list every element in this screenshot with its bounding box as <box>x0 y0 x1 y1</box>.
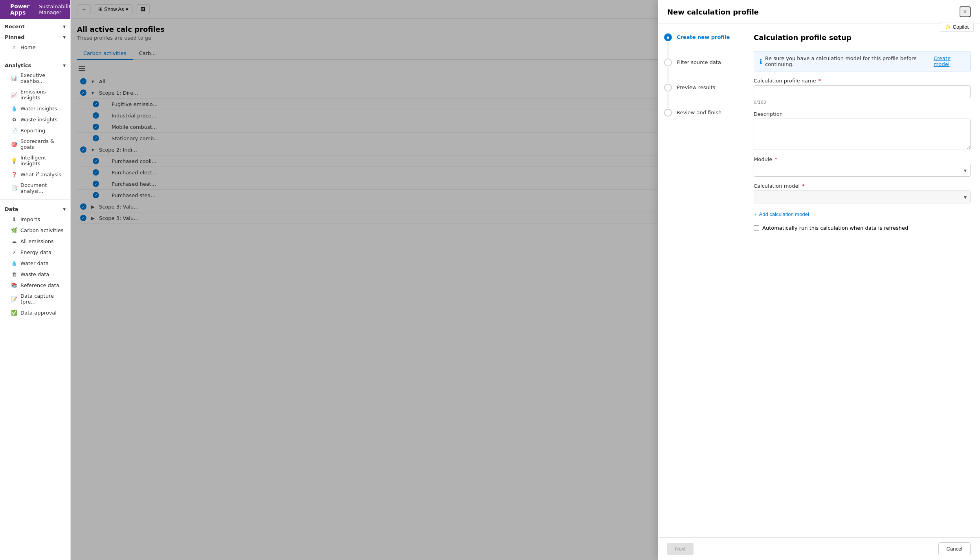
calc-model-required-asterisk: * <box>802 183 805 189</box>
cancel-button[interactable]: Cancel <box>938 542 971 555</box>
module-select[interactable] <box>754 164 971 177</box>
sidebar-item-what-if[interactable]: ❓ What-if analysis <box>0 169 70 180</box>
add-model-icon: + <box>754 211 757 217</box>
add-calculation-model-button[interactable]: + Add calculation model <box>754 210 971 219</box>
sidebar-reporting-label: Reporting <box>20 128 45 134</box>
emissions-icon: 📈 <box>11 92 17 98</box>
info-banner: ℹ Be sure you have a calculation model f… <box>754 51 971 71</box>
profile-name-label: Calculation profile name * <box>754 78 971 84</box>
app-grid-icon <box>5 7 7 12</box>
step-create-label: Create new profile <box>677 33 730 40</box>
modal-body: Create new profile Filter source data <box>658 24 980 537</box>
step-circle-1 <box>664 33 672 41</box>
description-label: Description <box>754 111 971 117</box>
sidebar-item-waste-insights[interactable]: ♻ Waste insights <box>0 114 70 125</box>
description-group: Description <box>754 111 971 150</box>
copilot-button[interactable]: ✨ Copilot <box>940 22 974 32</box>
sidebar-item-document-analysis[interactable]: 📑 Document analysi... <box>0 180 70 196</box>
whatif-icon: ❓ <box>11 171 17 178</box>
calculation-model-label: Calculation model * <box>754 183 971 189</box>
sidebar-item-water-insights[interactable]: 💧 Water insights <box>0 103 70 114</box>
sidebar-recent-chevron: ▾ <box>63 24 66 29</box>
module-select-wrapper: ▾ <box>754 164 971 177</box>
sidebar-item-data-approval[interactable]: ✅ Data approval <box>0 307 70 318</box>
char-count: 0/100 <box>754 100 971 105</box>
sidebar-item-waste-data[interactable]: 🗑 Waste data <box>0 269 70 280</box>
required-asterisk: * <box>819 78 821 84</box>
step-preview: Preview results <box>664 84 738 109</box>
waste-data-icon: 🗑 <box>11 271 17 277</box>
sidebar-item-carbon-activities[interactable]: 🌿 Carbon activities <box>0 225 70 236</box>
step-line-3 <box>668 92 668 108</box>
auto-run-label: Automatically run this calculation when … <box>762 225 908 231</box>
sidebar-analytics-toggle[interactable]: Analytics ▾ <box>0 59 70 70</box>
auto-run-checkbox[interactable] <box>754 225 759 231</box>
doc-icon: 📑 <box>11 185 17 191</box>
sidebar-item-intelligent-insights[interactable]: 💡 Intelligent insights <box>0 152 70 169</box>
sidebar-analytics-label: Analytics <box>5 62 31 68</box>
sidebar-item-imports[interactable]: ⬇ Imports <box>0 214 70 225</box>
divider-2 <box>0 199 70 200</box>
profile-name-group: Calculation profile name * 0/100 <box>754 78 971 105</box>
sidebar-datacapture-label: Data capture (pre... <box>20 293 66 305</box>
module-group: Module * ▾ <box>754 156 971 177</box>
reference-icon: 📚 <box>11 282 17 288</box>
step-line-2 <box>668 67 668 83</box>
sidebar-data-toggle[interactable]: Data ▾ <box>0 203 70 214</box>
sidebar-pinned-toggle[interactable]: Pinned ▾ <box>0 31 70 42</box>
calc-model-select[interactable] <box>754 190 971 203</box>
modal-header: New calculation profile × <box>658 0 980 24</box>
sidebar-item-all-emissions[interactable]: ☁ All emissions <box>0 236 70 247</box>
stepper: Create new profile Filter source data <box>658 24 744 537</box>
imports-icon: ⬇ <box>11 216 17 222</box>
sidebar-item-emissions-insights[interactable]: 📈 Emissions insights <box>0 86 70 103</box>
sidebar-energy-label: Energy data <box>20 249 51 255</box>
sidebar-item-water-data[interactable]: 💧 Water data <box>0 258 70 269</box>
modal-close-button[interactable]: × <box>960 6 971 17</box>
sidebar-item-executive-dashboard[interactable]: 📊 Executive dashbo... <box>0 70 70 86</box>
scorecards-icon: 🎯 <box>11 141 17 147</box>
next-button[interactable]: Next <box>667 543 694 555</box>
sidebar-scorecards-label: Scorecards & goals <box>20 138 66 150</box>
modal-footer: Next Cancel <box>658 537 980 560</box>
sidebar-pinned-chevron: ▾ <box>63 34 66 40</box>
step-filter: Filter source data <box>664 59 738 84</box>
sidebar-water-label: Water insights <box>20 106 57 112</box>
modal-title: New calculation profile <box>667 8 759 16</box>
sidebar-reference-label: Reference data <box>20 282 59 288</box>
chart-icon: 📊 <box>11 75 17 81</box>
info-text: Be sure you have a calculation model for… <box>765 55 929 67</box>
next-label: Next <box>675 546 686 552</box>
sidebar-recent-toggle[interactable]: Recent ▾ <box>0 20 70 31</box>
all-emissions-icon: ☁ <box>11 238 17 244</box>
sidebar-recent-label: Recent <box>5 24 25 29</box>
datacapture-icon: 📝 <box>11 296 17 302</box>
step-review: Review and finish <box>664 109 738 117</box>
sidebar-pinned-label: Pinned <box>5 34 25 40</box>
app-sub-name: Sustainability Manager <box>39 4 71 15</box>
sidebar-item-scorecards-goals[interactable]: 🎯 Scorecards & goals <box>0 136 70 152</box>
sidebar-item-data-capture[interactable]: 📝 Data capture (pre... <box>0 291 70 307</box>
sidebar-data-section: Data ▾ ⬇ Imports 🌿 Carbon activities ☁ A… <box>0 201 70 320</box>
carbon-icon: 🌿 <box>11 227 17 233</box>
reporting-icon: 📄 <box>11 127 17 134</box>
sidebar-item-reporting[interactable]: 📄 Reporting <box>0 125 70 136</box>
step-indicator-col-2 <box>664 59 672 84</box>
info-icon: ℹ <box>760 58 762 65</box>
sidebar-analytics-chevron: ▾ <box>63 62 66 68</box>
sidebar-waste-data-label: Waste data <box>20 271 49 277</box>
sidebar-item-reference-data[interactable]: 📚 Reference data <box>0 280 70 291</box>
sidebar-emissions-label: Emissions insights <box>20 89 66 101</box>
sidebar-water-data-label: Water data <box>20 260 49 266</box>
description-input[interactable] <box>754 119 971 150</box>
create-model-link[interactable]: Create model <box>934 55 965 67</box>
sidebar-item-home[interactable]: ⌂ Home <box>0 42 70 53</box>
profile-name-input[interactable] <box>754 85 971 98</box>
sidebar-all-emissions-label: All emissions <box>20 238 54 244</box>
app-name: Power Apps <box>10 3 29 16</box>
water-icon: 💧 <box>11 105 17 112</box>
sidebar-item-energy-data[interactable]: ⚡ Energy data <box>0 247 70 258</box>
sidebar-executive-label: Executive dashbo... <box>20 72 66 84</box>
module-label: Module * <box>754 156 971 162</box>
auto-run-row: Automatically run this calculation when … <box>754 225 971 231</box>
